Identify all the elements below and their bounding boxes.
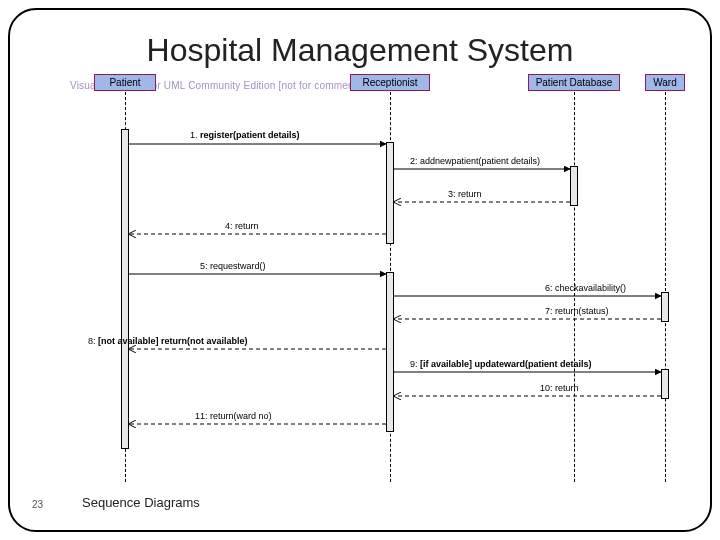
page-number: 23 <box>32 499 43 510</box>
slide-frame: Hospital Management System Visual Paradi… <box>8 8 712 532</box>
footer-label: Sequence Diagrams <box>82 495 200 510</box>
msg-7: 7: return(status) <box>545 306 609 316</box>
msg-8: 8: [not available] return(not available) <box>88 336 248 346</box>
sequence-diagram: Patient Receptionist Patient Database Wa… <box>70 74 690 494</box>
msg-3: 3: return <box>448 189 482 199</box>
msg-4: 4: return <box>225 221 259 231</box>
msg-11: 11: return(ward no) <box>195 411 272 421</box>
msg-6: 6: checkavailability() <box>545 283 626 293</box>
msg-10: 10: return <box>540 383 579 393</box>
page-title: Hospital Management System <box>10 32 710 69</box>
msg-1: 1. register(patient details) <box>190 130 300 140</box>
msg-9: 9: [if available] updateward(patient det… <box>410 359 592 369</box>
msg-2: 2: addnewpatient(patient details) <box>410 156 540 166</box>
msg-5: 5: requestward() <box>200 261 266 271</box>
